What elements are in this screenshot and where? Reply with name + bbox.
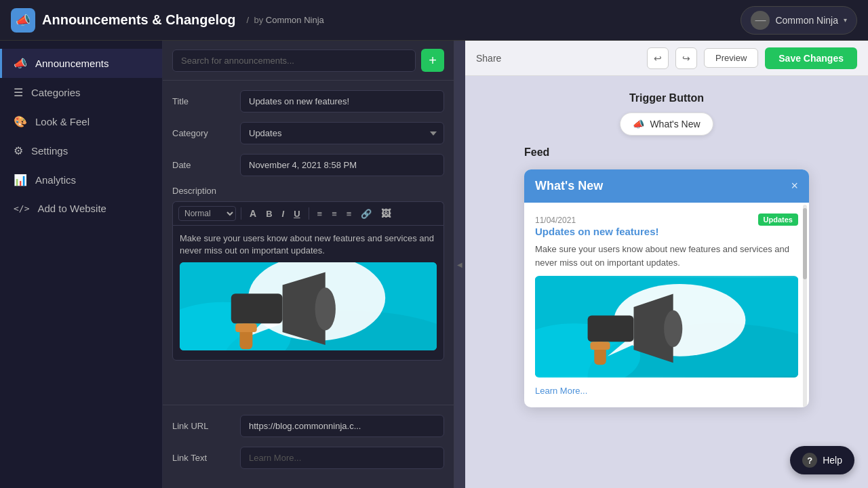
title-label: Title — [172, 96, 233, 106]
main-layout: 📣 Announcements ☰ Categories 🎨 Look & Fe… — [0, 41, 868, 488]
toolbar-divider — [241, 207, 241, 220]
logo-icon: 📣 — [11, 8, 35, 33]
svg-point-17 — [664, 310, 682, 347]
settings-icon: ⚙ — [14, 144, 23, 157]
avatar: — — [751, 11, 770, 30]
help-button[interactable]: ? Help — [790, 446, 854, 474]
feed-item-header: 11/04/2021 Updates — [535, 214, 798, 226]
feed-megaphone-illustration — [535, 276, 798, 378]
trigger-section: Trigger Button 📣 What's New — [620, 92, 713, 136]
editor-toolbar: Normal Heading 1 Heading 2 A B I U ≡ ≡ ≡ — [172, 201, 444, 225]
sidebar-item-categories[interactable]: ☰ Categories — [0, 78, 162, 107]
share-label: Share — [476, 53, 501, 64]
undo-button[interactable]: ↩ — [647, 47, 669, 69]
sidebar-item-look-feel[interactable]: 🎨 Look & Feel — [0, 107, 162, 136]
by-label: / by Common Ninja — [247, 15, 324, 25]
analytics-icon: 📊 — [14, 174, 27, 186]
font-color-btn[interactable]: A — [246, 206, 260, 221]
feed-item-image — [535, 276, 798, 378]
date-input[interactable] — [240, 154, 444, 176]
collapse-handle[interactable]: ◀ — [454, 41, 465, 488]
scrollbar-track[interactable] — [803, 205, 807, 407]
date-field-row: Date — [172, 154, 444, 176]
trigger-section-title: Trigger Button — [620, 92, 713, 104]
preview-button[interactable]: Preview — [704, 48, 758, 68]
link-text-row: Link Text — [172, 447, 444, 469]
italic-btn[interactable]: I — [279, 207, 288, 221]
link-url-input[interactable] — [240, 415, 444, 437]
underline-btn[interactable]: U — [290, 207, 303, 221]
megaphone-small-icon: 📣 — [633, 119, 644, 129]
preview-panel: Share ↩ ↪ Preview Save Changes Trigger B… — [465, 41, 868, 488]
sidebar: 📣 Announcements ☰ Categories 🎨 Look & Fe… — [0, 41, 163, 488]
feed-category-badge: Updates — [758, 214, 798, 226]
look-feel-icon: 🎨 — [14, 115, 27, 128]
brand-label: Common Ninja — [266, 15, 324, 25]
help-label: Help — [823, 455, 842, 466]
link-text-label: Link Text — [172, 453, 233, 463]
link-url-row: Link URL — [172, 415, 444, 437]
code-icon: </> — [14, 203, 29, 214]
feed-item-description: Make sure your users know about new feat… — [535, 243, 798, 269]
add-announcement-button[interactable]: + — [421, 49, 444, 72]
sidebar-item-announcements[interactable]: 📣 Announcements — [0, 49, 162, 78]
feed-section-wrapper: Feed — [524, 146, 809, 159]
announcements-icon: 📣 — [14, 57, 27, 70]
format-select[interactable]: Normal Heading 1 Heading 2 — [178, 206, 236, 221]
preview-toolbar: Share ↩ ↪ Preview Save Changes — [465, 41, 868, 76]
user-menu[interactable]: — Common Ninja ▾ — [741, 6, 857, 35]
feed-item-title: Updates on new features! — [535, 226, 798, 237]
align-btn[interactable]: ≡ — [343, 207, 355, 221]
svg-rect-15 — [588, 316, 634, 342]
feed-body: 11/04/2021 Updates Updates on new featur… — [524, 203, 809, 407]
feed-item-date: 11/04/2021 — [535, 216, 576, 225]
megaphone-illustration — [180, 262, 437, 350]
description-content[interactable]: Make sure your users know about new feat… — [172, 225, 444, 361]
app-logo: 📣 Announcements & Changelog / by Common … — [11, 8, 324, 33]
sidebar-item-label: Categories — [31, 87, 81, 98]
category-label: Category — [172, 128, 233, 138]
image-btn[interactable]: 🖼 — [378, 206, 394, 221]
description-image — [180, 262, 437, 350]
categories-icon: ☰ — [14, 86, 23, 99]
link-url-label: Link URL — [172, 421, 233, 431]
feed-header: What's New × — [524, 169, 809, 203]
bold-btn[interactable]: B — [262, 207, 275, 221]
svg-rect-19 — [590, 342, 610, 350]
sidebar-item-label: Analytics — [35, 174, 76, 186]
sidebar-item-settings[interactable]: ⚙ Settings — [0, 136, 162, 165]
help-circle-icon: ? — [802, 453, 817, 468]
save-changes-button[interactable]: Save Changes — [765, 47, 857, 69]
link-btn[interactable]: 🔗 — [357, 207, 375, 221]
search-input[interactable] — [172, 49, 416, 72]
chevron-down-icon: ▾ — [844, 16, 847, 24]
redo-button[interactable]: ↪ — [675, 47, 697, 69]
date-label: Date — [172, 160, 233, 170]
link-text-input[interactable] — [240, 447, 444, 469]
feed-widget-title: What's New — [535, 179, 603, 193]
feed-close-button[interactable]: × — [791, 179, 798, 193]
sidebar-item-add-to-website[interactable]: </> Add to Website — [0, 195, 162, 222]
ordered-list-btn[interactable]: ≡ — [314, 207, 326, 221]
search-bar: + — [163, 41, 454, 81]
sidebar-item-label: Announcements — [35, 58, 108, 69]
category-select[interactable]: Updates New Feature Bug Fix — [240, 122, 444, 144]
trigger-button[interactable]: 📣 What's New — [620, 113, 713, 136]
learn-more-link[interactable]: Learn More... — [535, 386, 587, 396]
scrollbar-thumb — [803, 208, 807, 279]
sidebar-item-label: Look & Feel — [35, 116, 90, 127]
unordered-list-btn[interactable]: ≡ — [328, 207, 340, 221]
trigger-btn-label: What's New — [650, 119, 700, 129]
svg-point-7 — [315, 288, 336, 331]
preview-content: Trigger Button 📣 What's New Feed What's … — [465, 76, 868, 488]
sidebar-item-analytics[interactable]: 📊 Analytics — [0, 165, 162, 195]
feed-widget: What's New × 11/04/2021 Updates Updates … — [524, 169, 809, 407]
title-field-row: Title — [172, 90, 444, 113]
title-input[interactable] — [240, 90, 444, 113]
category-field-row: Category Updates New Feature Bug Fix — [172, 122, 444, 144]
form-body: Title Category Updates New Feature Bug F… — [163, 81, 454, 405]
bottom-fields: Link URL Link Text — [163, 405, 454, 488]
user-name: Common Ninja — [775, 15, 838, 26]
app-title: Announcements & Changelog — [42, 12, 236, 28]
app-header: 📣 Announcements & Changelog / by Common … — [0, 0, 868, 41]
